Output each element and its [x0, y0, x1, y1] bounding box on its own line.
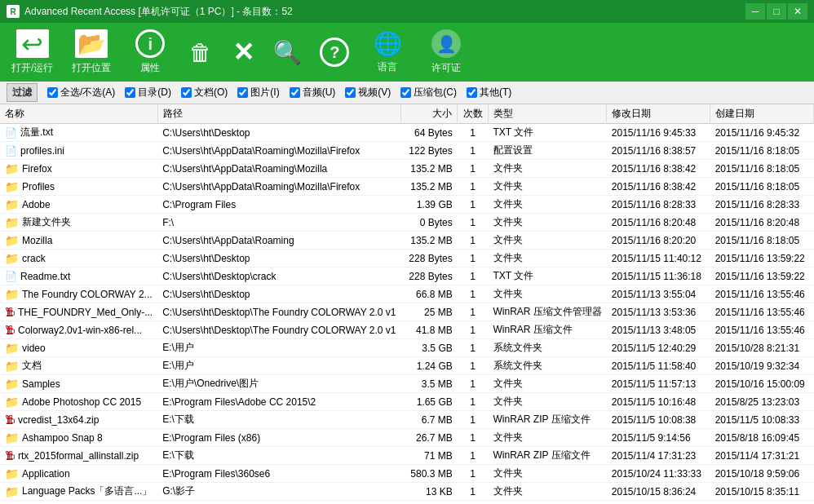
cell-created: 2015/11/16 13:59:22	[710, 267, 814, 285]
table-row[interactable]: 🗜 rtx_2015formal_allinstall.zip E:\下载 71…	[0, 447, 814, 465]
col-header-path[interactable]: 路径	[157, 104, 400, 124]
table-row[interactable]: 🗜 THE_FOUNDRY_Med_Only-... C:\Users\ht\D…	[0, 303, 814, 321]
cell-size: 135.2 MB	[401, 160, 458, 178]
cell-size: 3.5 GB	[401, 339, 458, 357]
window-title: Advanced Recent Access [单机许可证（1 PC）] - 条…	[24, 5, 293, 19]
license-button[interactable]: 👤 许可证	[418, 24, 475, 80]
col-header-modified[interactable]: 修改日期	[607, 104, 710, 124]
cell-type: WinRAR 压缩文件	[489, 321, 607, 339]
table-row[interactable]: 📁 Ashampoo Snap 8 E:\Program Files (x86)…	[0, 429, 814, 447]
cell-name: 📁 crack	[0, 250, 157, 267]
table-row[interactable]: 🗜 Colorway2.0v1-win-x86-rel... C:\Users\…	[0, 321, 814, 339]
filter-other-checkbox[interactable]	[467, 87, 477, 98]
filter-audio-label: 音频(U)	[303, 86, 336, 99]
filter-audio-checkbox[interactable]	[290, 87, 300, 98]
cell-count: 1	[458, 142, 489, 160]
license-icon: 👤	[431, 29, 461, 58]
filter-archive[interactable]: 压缩包(C)	[400, 86, 457, 99]
filename: vcredist_13x64.zip	[18, 414, 99, 426]
table-row[interactable]: 📄 profiles.ini C:\Users\ht\AppData\Roami…	[0, 142, 814, 160]
col-header-size[interactable]: 大小	[401, 104, 458, 124]
table-row[interactable]: 📁 Simplified Chinese G:\影子\Language Pack…	[0, 501, 814, 505]
cell-type: TXT 文件	[489, 124, 607, 142]
table-row[interactable]: 📄 Readme.txt C:\Users\ht\Desktop\crack 2…	[0, 267, 814, 285]
filter-video-checkbox[interactable]	[345, 87, 356, 98]
filter-all[interactable]: 全选/不选(A)	[47, 86, 115, 99]
table-row[interactable]: 📁 Application E:\Program Files\360se6 58…	[0, 465, 814, 483]
table-row[interactable]: 📁 The Foundry COLORWAY 2... C:\Users\ht\…	[0, 285, 814, 303]
cell-count: 1	[458, 267, 489, 285]
window-controls: ─ □ ✕	[745, 3, 807, 20]
properties-label: 属性	[140, 61, 160, 75]
filename: Adobe Photoshop CC 2015	[22, 396, 141, 408]
file-icon-cell: 🗜 rtx_2015formal_allinstall.zip	[5, 450, 139, 462]
col-header-name[interactable]: 名称	[0, 104, 157, 124]
cell-size: 0 Bytes	[401, 214, 458, 232]
filter-dir-checkbox[interactable]	[125, 87, 135, 98]
col-header-created[interactable]: 创建日期	[710, 104, 814, 124]
open-location-button[interactable]: 📂 打开位置	[63, 24, 120, 80]
table-row[interactable]: 📁 Mozilla C:\Users\ht\AppData\Roaming 13…	[0, 232, 814, 250]
file-icon-cell: 🗜 Colorway2.0v1-win-x86-rel...	[5, 325, 142, 336]
cell-name: 📁 Adobe Photoshop CC 2015	[0, 393, 157, 411]
table-row[interactable]: 📁 Profiles C:\Users\ht\AppData\Roaming\M…	[0, 178, 814, 196]
filter-other[interactable]: 其他(T)	[467, 86, 511, 99]
cell-path: G:\影子	[157, 483, 400, 501]
filter-doc[interactable]: 文档(O)	[181, 86, 228, 99]
col-header-count[interactable]: 次数	[458, 104, 489, 124]
filter-image[interactable]: 图片(I)	[237, 86, 279, 99]
col-header-type[interactable]: 类型	[489, 104, 607, 124]
filter-all-checkbox[interactable]	[47, 87, 58, 98]
cell-count: 1	[458, 160, 489, 178]
file-icon-cell: 📄 Readme.txt	[5, 271, 70, 282]
open-run-button[interactable]: ↩ 打开/运行	[3, 24, 61, 80]
maximize-button[interactable]: □	[767, 3, 786, 20]
cell-count: 1	[458, 232, 489, 250]
table-row[interactable]: 📄 流量.txt C:\Users\ht\Desktop 64 Bytes 1 …	[0, 124, 814, 142]
help-button[interactable]: ?	[312, 24, 357, 80]
cell-count: 1	[458, 501, 489, 505]
language-button[interactable]: 🌐 语言	[359, 24, 416, 80]
cell-path: E:\Program Files\Adobe CC 2015\2	[157, 393, 400, 411]
cell-count: 1	[458, 429, 489, 447]
filename: Ashampoo Snap 8	[22, 432, 103, 444]
cell-created: 2015/11/16 8:18:05	[710, 142, 814, 160]
delete-button[interactable]: 🗑	[180, 24, 221, 80]
cell-created: 2015/11/16 13:55:46	[710, 321, 814, 339]
cell-created: 2015/10/18 9:59:06	[710, 465, 814, 483]
properties-button[interactable]: i 属性	[122, 24, 179, 80]
close-button[interactable]: ✕	[788, 3, 807, 20]
filename: 文档	[22, 359, 42, 373]
cell-path: E:\用户	[157, 339, 400, 357]
table-row[interactable]: 🗜 vcredist_13x64.zip E:\下载 6.7 MB 1 WinR…	[0, 411, 814, 429]
cancel-button[interactable]: ✕	[223, 24, 263, 80]
table-row[interactable]: 📁 Firefox C:\Users\ht\AppData\Roaming\Mo…	[0, 160, 814, 178]
filter-audio[interactable]: 音频(U)	[290, 86, 336, 99]
minimize-button[interactable]: ─	[745, 3, 765, 20]
table-row[interactable]: 📁 Adobe C:\Program Files 1.39 GB 1 文件夹 2…	[0, 196, 814, 214]
cell-path: E:\Program Files (x86)	[157, 429, 400, 447]
search-button[interactable]: 🔍	[265, 24, 310, 80]
cell-path: E:\下载	[157, 411, 400, 429]
table-row[interactable]: 📁 Samples E:\用户\Onedrive\图片 3.5 MB 1 文件夹…	[0, 375, 814, 393]
cell-count: 1	[458, 250, 489, 267]
cell-count: 1	[458, 214, 489, 232]
cell-size: 6 KB	[401, 501, 458, 505]
table-row[interactable]: 📁 文档 E:\用户 1.24 GB 1 系统文件夹 2015/11/5 11:…	[0, 357, 814, 375]
filter-archive-checkbox[interactable]	[400, 87, 411, 98]
table-row[interactable]: 📁 Adobe Photoshop CC 2015 E:\Program Fil…	[0, 393, 814, 411]
table-row[interactable]: 📁 新建文件夹 F:\ 0 Bytes 1 文件夹 2015/11/16 8:2…	[0, 214, 814, 232]
table-row[interactable]: 📁 Language Packs「多语言...」 G:\影子 13 KB 1 文…	[0, 483, 814, 501]
filter-image-checkbox[interactable]	[237, 87, 248, 98]
filter-video[interactable]: 视频(V)	[345, 86, 391, 99]
cell-name: 📁 Simplified Chinese	[0, 501, 157, 505]
filter-dir[interactable]: 目录(D)	[125, 86, 171, 99]
table-row[interactable]: 📁 crack C:\Users\ht\Desktop 228 Bytes 1 …	[0, 250, 814, 267]
cell-path: G:\影子\Language Packs「多语言包」	[157, 501, 400, 505]
filter-doc-checkbox[interactable]	[181, 87, 192, 98]
table-header-row: 名称 路径 大小 次数 类型 修改日期 创建日期	[0, 104, 814, 124]
table-row[interactable]: 📁 video E:\用户 3.5 GB 1 系统文件夹 2015/11/5 1…	[0, 339, 814, 357]
cell-name: 🗜 vcredist_13x64.zip	[0, 411, 157, 429]
cell-modified: 2015/11/13 3:48:05	[607, 321, 710, 339]
cell-modified: 2015/11/5 12:40:29	[607, 339, 710, 357]
